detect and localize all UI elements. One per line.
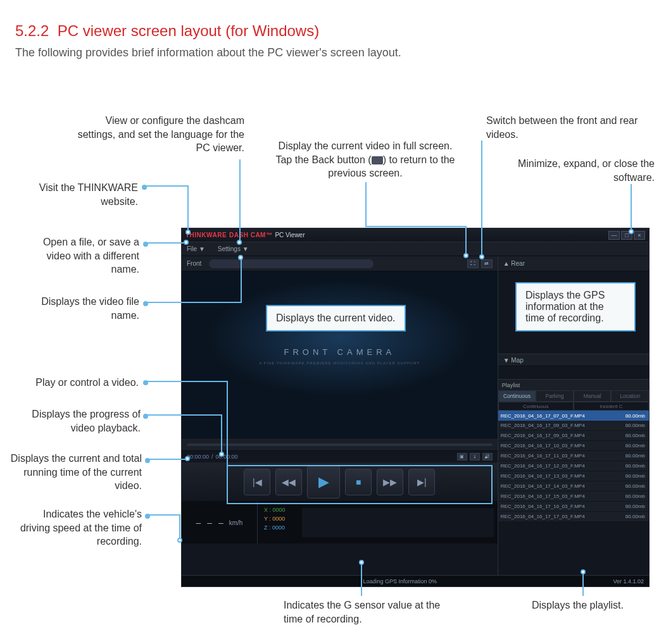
playlist-item-size: 80.00mb [617, 443, 648, 449]
next-button[interactable]: ▶| [408, 469, 435, 495]
playlist-item-size: 80.00mb [617, 514, 648, 519]
playlist-item-name: REC_2016_04_16_17_17_03_F.MP4 [500, 514, 617, 519]
playlist-item[interactable]: REC_2016_04_16_17_09_03_F.MP480.00mb [498, 431, 649, 441]
rear-header[interactable]: ▲ Rear [498, 256, 649, 271]
rewind-button[interactable]: ◀◀ [275, 469, 302, 495]
playlist-item[interactable]: REC_2016_04_16_17_12_03_F.MP480.00mb [498, 461, 649, 471]
stop-button[interactable]: ■ [345, 469, 372, 495]
controls-row: |◀ ◀◀ ▶ ■ ▶▶ ▶| [182, 462, 498, 502]
playlist-item-name: REC_2016_04_16_17_12_03_F.MP4 [500, 463, 617, 469]
time-sep: / [211, 454, 213, 460]
map-header[interactable]: ▼ Map [498, 354, 649, 366]
playlist-item-name: REC_2016_04_16_17_16_03_F.MP4 [500, 504, 617, 509]
window-controls: — □ × [608, 231, 645, 240]
menu-file[interactable]: File ▼ [187, 245, 205, 252]
playlist-item-size: 80.00mb [617, 453, 648, 459]
volume-icon[interactable]: 🔊 [482, 453, 493, 461]
playlist-item-name: REC_2016_04_16_17_09_03_F.MP4 [500, 423, 617, 428]
capture-icon[interactable]: ▣ [457, 453, 467, 461]
statusbar: Loading GPS Information 0% Ver 1.4.1.02 [182, 575, 649, 586]
rear-label: ▲ Rear [503, 260, 525, 267]
playlist-item[interactable]: REC_2016_04_16_17_07_03_F.MP480.00mb [498, 411, 649, 421]
playlist-item-name: REC_2016_04_16_17_11_03_F.MP4 [500, 453, 617, 459]
minimize-button[interactable]: — [608, 231, 620, 240]
gsensor-graph [302, 508, 494, 537]
anno-current-video: Displays the current video. [266, 305, 406, 331]
status-version: Ver 1.4.1.02 [613, 578, 644, 585]
callout-time: Displays the current and total running t… [10, 452, 142, 493]
playlist-item-size: 80.00mb [617, 463, 648, 469]
section-subtitle: The following provides brief information… [0, 40, 666, 59]
callout-switch: Switch between the front and rear videos… [486, 114, 638, 141]
swap-button[interactable]: ⇄ [481, 259, 493, 268]
callout-play: Play or control a video. [22, 376, 139, 390]
playlist-item-name: REC_2016_04_16_17_15_03_F.MP4 [500, 493, 617, 499]
playlist-item-size: 80.00mb [617, 423, 648, 428]
speed-gsensor-row: – – – km/h X : 0000 Y : 0000 Z : 0000 [182, 502, 498, 543]
front-camera-text: FRONT CAMERA [182, 347, 498, 357]
playlist-item-size: 80.00mb [617, 473, 648, 479]
playlist-item-name: REC_2016_04_16_17_13_03_F.MP4 [500, 473, 617, 479]
playlist-item[interactable]: REC_2016_04_16_17_16_03_F.MP480.00mb [498, 502, 649, 512]
gsensor-box: X : 0000 Y : 0000 Z : 0000 [258, 502, 498, 543]
playlist-item-size: 80.00mb [617, 413, 648, 419]
video-area: FRONT CAMERA A FINE THINKWARE PREMIERE M… [182, 271, 498, 438]
front-camera-sub: A FINE THINKWARE PREMIERE MONITORING AND… [182, 361, 498, 365]
callout-fullscreen: Display the current video in full screen… [273, 139, 457, 180]
playlist-item-name: REC_2016_04_16_17_10_03_F.MP4 [500, 443, 617, 449]
callout-playlist: Displays the playlist. [532, 598, 646, 612]
playlist-item[interactable]: REC_2016_04_16_17_10_03_F.MP480.00mb [498, 441, 649, 451]
playlist-header: Playlist [498, 379, 649, 390]
playlist-item[interactable]: REC_2016_04_16_17_17_03_F.MP480.00mb [498, 512, 649, 522]
callout-winctrl: Minimize, expand, or close the software. [506, 157, 655, 184]
map-label: ▼ Map [503, 357, 524, 364]
subcol-continuous: Continuous [498, 402, 574, 411]
titlebar: THINKWARE DASH CAM™ PC Viewer — □ × [182, 228, 649, 242]
brand-pcviewer: PC Viewer [275, 232, 305, 238]
tab-manual[interactable]: Manual [574, 390, 612, 402]
playlist-item-size: 80.00mb [617, 504, 648, 509]
forward-button[interactable]: ▶▶ [377, 469, 403, 495]
status-loading: Loading GPS Information 0% [363, 578, 437, 585]
speed-unit: km/h [229, 519, 243, 526]
fullscreen-button[interactable]: ⛶ [467, 259, 479, 268]
playlist-item[interactable]: REC_2016_04_16_17_13_03_F.MP480.00mb [498, 471, 649, 481]
progress-bar[interactable] [187, 443, 493, 446]
playlist-item[interactable]: REC_2016_04_16_17_09_03_F.MP480.00mb [498, 421, 649, 431]
time-row: 00:00:00 / 00:00:00 ▣ ⤓ 🔊 [182, 451, 498, 462]
callout-filename: Displays the video file name. [19, 295, 139, 322]
callout-speed: Indicates the vehicle's driving speed at… [14, 507, 142, 548]
prev-button[interactable]: |◀ [244, 469, 270, 495]
playlist-item-size: 80.00mb [617, 433, 648, 438]
tab-parking[interactable]: Parking [536, 390, 574, 402]
playlist-subheader: Continuous Incident C [498, 402, 649, 411]
play-button[interactable]: ▶ [307, 466, 340, 498]
progress-row [182, 438, 498, 451]
brand-thinkware: THINKWARE [185, 232, 227, 238]
tab-location[interactable]: Location [611, 390, 649, 402]
menu-settings[interactable]: Settings ▼ [218, 245, 249, 252]
subcol-incident: Incident C [574, 402, 649, 411]
tab-continuous[interactable]: Continuous [498, 390, 536, 402]
time-current: 00:00:00 [187, 454, 209, 460]
section-title: 5.2.2 PC viewer screen layout (for Windo… [0, 0, 666, 40]
playlist-item[interactable]: REC_2016_04_16_17_14_03_F.MP480.00mb [498, 481, 649, 492]
playlist-item-name: REC_2016_04_16_17_14_03_F.MP4 [500, 483, 617, 489]
playlist-items: REC_2016_04_16_17_07_03_F.MP480.00mbREC_… [498, 411, 649, 575]
playlist-item[interactable]: REC_2016_04_16_17_15_03_F.MP480.00mb [498, 492, 649, 502]
section-number: 5.2.2 [15, 22, 49, 39]
playlist-item[interactable]: REC_2016_04_16_17_11_03_F.MP480.00mb [498, 451, 649, 461]
playlist-item-name: REC_2016_04_16_17_07_03_F.MP4 [500, 413, 617, 419]
save-icon[interactable]: ⤓ [470, 453, 480, 461]
video-header: Front ⛶ ⇄ [182, 256, 498, 271]
left-panel: Front ⛶ ⇄ FRONT CAMERA A FINE THINKWARE … [182, 256, 498, 575]
menubar: File ▼ Settings ▼ [182, 242, 649, 256]
front-label: Front [187, 260, 201, 267]
speed-box: – – – km/h [182, 502, 258, 543]
playlist-item-size: 80.00mb [617, 493, 648, 499]
close-button[interactable]: × [634, 231, 645, 240]
brand-dashcam: DASH CAM™ [229, 232, 272, 238]
callout-file: Open a file, or save a video with a diff… [19, 235, 139, 276]
playlist-tabs: Continuous Parking Manual Location [498, 390, 649, 402]
playlist-item-size: 80.00mb [617, 483, 648, 489]
